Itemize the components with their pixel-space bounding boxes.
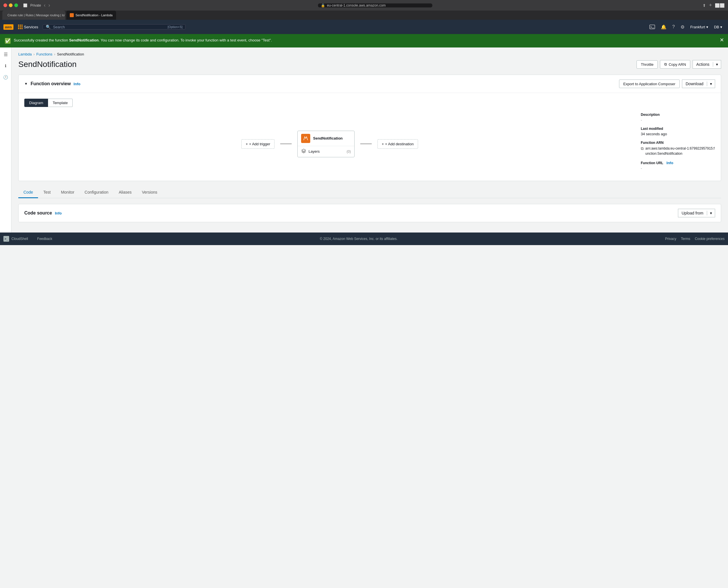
aws-logo-text: aws xyxy=(3,24,14,30)
sidebar-clock-icon[interactable]: 🕐 xyxy=(2,74,9,81)
feedback-label[interactable]: Feedback xyxy=(37,237,52,241)
region-selector[interactable]: Frankfurt ▾ xyxy=(688,24,710,30)
code-source-info-link[interactable]: Info xyxy=(55,211,62,215)
new-tab-icon[interactable]: + xyxy=(709,2,712,8)
throttle-button[interactable]: Throttle xyxy=(637,60,658,69)
tab-code[interactable]: Code xyxy=(18,187,38,198)
actions-dropdown-icon: ▾ xyxy=(713,62,721,67)
url-text: eu-central-1.console.aws.amazon.com xyxy=(327,3,385,7)
last-modified-value: 34 seconds ago xyxy=(641,132,715,136)
cloudshell-nav-icon[interactable] xyxy=(647,22,657,31)
address-bar[interactable]: 🔒 eu-central-1.console.aws.amazon.com xyxy=(318,3,432,7)
search-icon: 🔍 xyxy=(46,25,50,29)
settings-icon[interactable]: ⚙ xyxy=(678,23,687,31)
services-label: Services xyxy=(24,25,38,29)
footer-right: Privacy Terms Cookie preferences xyxy=(665,237,725,241)
tab-versions[interactable]: Versions xyxy=(137,187,163,198)
breadcrumb: Lambda › Functions › SendNotification xyxy=(18,52,721,56)
connector-line-right xyxy=(360,144,372,144)
aws-topnav: aws Services 🔍 [Option+S] 🔔 ? ⚙ Frankfur… xyxy=(0,20,728,34)
search-bar[interactable]: 🔍 [Option+S] xyxy=(43,24,186,29)
function-overview-info-link[interactable]: Info xyxy=(73,82,80,86)
actions-dropdown[interactable]: Actions ▾ xyxy=(692,60,721,69)
search-shortcut: [Option+S] xyxy=(168,25,183,28)
add-trigger-button[interactable]: + + Add trigger xyxy=(241,139,275,149)
tab-iot[interactable]: Create rule | Rules | Message routing | … xyxy=(2,10,65,20)
tab-monitor[interactable]: Monitor xyxy=(56,187,80,198)
forward-button[interactable]: › xyxy=(48,2,50,8)
left-sidebar: ☰ ℹ 🕐 xyxy=(0,47,12,232)
cookie-link[interactable]: Cookie preferences xyxy=(695,237,725,241)
layers-label: Layers xyxy=(308,149,320,153)
layers-row: Layers (0) xyxy=(298,146,354,157)
function-overview-card: ▼ Function overview Info Export to Appli… xyxy=(18,75,721,181)
windows-icon[interactable]: ⬜⬜ xyxy=(715,3,725,8)
function-url-value: - xyxy=(641,166,715,170)
tab-lambda[interactable]: SendNotification - Lambda xyxy=(66,10,116,20)
sidebar-menu-icon[interactable]: ☰ xyxy=(2,51,9,58)
description-label: Description xyxy=(641,113,715,117)
download-label: Download xyxy=(682,82,707,86)
function-url-label: Function URL Info xyxy=(641,161,715,165)
upload-from-dropdown[interactable]: Upload from ▾ xyxy=(678,209,715,217)
card-title: ▼ Function overview Info xyxy=(24,81,80,86)
function-url-info-link[interactable]: Info xyxy=(666,161,673,165)
upload-from-label: Upload from xyxy=(678,211,707,215)
success-banner: ✅ Successfully created the function Send… xyxy=(0,34,728,47)
cloudshell-label[interactable]: CloudShell xyxy=(12,237,28,241)
bottom-tabs: Code Test Monitor Configuration Aliases … xyxy=(18,187,721,198)
throttle-label: Throttle xyxy=(641,62,654,67)
aws-logo: aws xyxy=(3,24,14,30)
notifications-icon[interactable]: 🔔 xyxy=(659,23,669,31)
download-dropdown-icon: ▾ xyxy=(707,82,715,86)
view-tabs: Diagram Template xyxy=(24,99,715,107)
download-dropdown[interactable]: Download ▾ xyxy=(682,80,715,88)
banner-close-button[interactable]: ✕ xyxy=(720,38,724,43)
help-icon[interactable]: ? xyxy=(670,23,677,31)
add-trigger-label: + Add trigger xyxy=(249,142,270,146)
terms-link[interactable]: Terms xyxy=(681,237,690,241)
page-header: SendNotification Throttle ⧉ Copy ARN Act… xyxy=(18,60,721,69)
diagram-top-row: + + Add trigger xyxy=(24,131,635,157)
window-mode-icon: ⬜ xyxy=(23,3,27,7)
info-panel: Description - Last modified 34 seconds a… xyxy=(641,113,715,175)
tab-template[interactable]: Template xyxy=(48,99,72,107)
copy-arn-button[interactable]: ⧉ Copy ARN xyxy=(660,60,690,69)
user-dropdown-icon: ▾ xyxy=(720,25,722,29)
minimize-button[interactable] xyxy=(9,3,13,7)
breadcrumb-functions[interactable]: Functions xyxy=(36,52,52,56)
tab-aliases[interactable]: Aliases xyxy=(113,187,137,198)
tab-diagram[interactable]: Diagram xyxy=(24,99,48,107)
close-button[interactable] xyxy=(3,3,7,7)
breadcrumb-sep-1: › xyxy=(34,52,35,56)
breadcrumb-lambda[interactable]: Lambda xyxy=(18,52,32,56)
collapse-icon[interactable]: ▼ xyxy=(24,82,28,86)
tab-configuration[interactable]: Configuration xyxy=(80,187,113,198)
back-button[interactable]: ‹ xyxy=(44,2,45,8)
search-input[interactable] xyxy=(53,25,165,29)
lambda-function-box: SendNotification xyxy=(297,131,355,157)
privacy-link[interactable]: Privacy xyxy=(665,237,676,241)
maximize-button[interactable] xyxy=(14,3,18,7)
add-destination-button[interactable]: + + Add destination xyxy=(378,139,418,149)
user-menu[interactable]: DB ▾ xyxy=(712,24,725,30)
cloudshell-icon: >_ xyxy=(3,236,9,241)
window-mode-label: Private xyxy=(30,3,41,7)
lambda-favicon xyxy=(70,13,74,17)
card-header-actions: Export to Application Composer Download … xyxy=(619,80,715,88)
export-button[interactable]: Export to Application Composer xyxy=(619,80,680,88)
share-icon[interactable]: ⬆ xyxy=(703,3,706,8)
sidebar-info-icon[interactable]: ℹ xyxy=(2,62,9,69)
breadcrumb-current: SendNotification xyxy=(57,52,84,56)
browser-tab-bar: Create rule | Rules | Message routing | … xyxy=(0,10,728,20)
function-arn-label: Function ARN xyxy=(641,141,715,145)
last-modified-label: Last modified xyxy=(641,127,715,131)
code-source-title: Code source Info xyxy=(24,210,62,216)
function-arn-value: arn:aws:lambda:eu-central-1:679922957915… xyxy=(645,146,715,156)
region-dropdown-icon: ▾ xyxy=(706,25,708,29)
arn-copy-icon[interactable]: ⧉ xyxy=(641,146,644,151)
header-actions: Throttle ⧉ Copy ARN Actions ▾ xyxy=(637,60,721,69)
services-button[interactable]: Services xyxy=(16,23,41,30)
card-header: ▼ Function overview Info Export to Appli… xyxy=(19,75,721,93)
tab-test[interactable]: Test xyxy=(38,187,56,198)
